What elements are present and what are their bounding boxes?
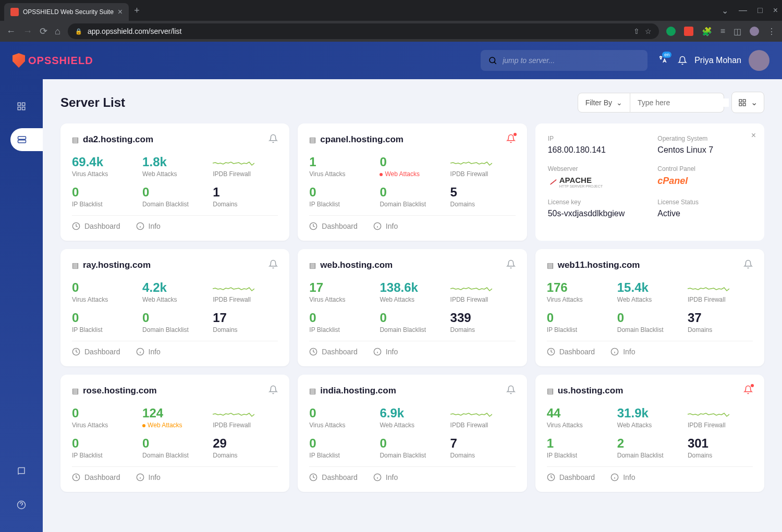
virus-attacks-value: 176 [547, 280, 612, 295]
logo[interactable]: OPSSHIELD [13, 53, 93, 68]
dashboard-link[interactable]: Dashboard [547, 348, 595, 356]
ip-blacklist-label: IP Blacklist [309, 201, 374, 208]
filter-input-wrapper [630, 93, 724, 113]
info-link[interactable]: Info [610, 348, 635, 356]
sparkline [450, 283, 516, 295]
server-name: web11.hosting.com [558, 260, 640, 270]
gauge-icon [72, 473, 80, 481]
dashboard-link[interactable]: Dashboard [309, 473, 358, 481]
sidebar-item-servers[interactable] [10, 128, 43, 151]
chevron-down-icon: ⌄ [751, 97, 757, 107]
license-key-label: License key [548, 199, 642, 206]
new-tab-button[interactable]: + [134, 5, 140, 16]
svg-rect-5 [22, 107, 25, 110]
sparkline [213, 409, 278, 420]
dashboard-link[interactable]: Dashboard [309, 348, 358, 356]
filter-by-dropdown[interactable]: Filter By ⌄ [578, 93, 630, 113]
server-icon: ▤ [309, 387, 316, 395]
extensions-icon[interactable]: 🧩 [702, 27, 712, 36]
content: Server List Filter By ⌄ ⌄ ▤ da2.hostin [43, 79, 782, 532]
bell-icon[interactable] [506, 134, 516, 145]
info-link[interactable]: Info [136, 473, 161, 481]
grid-icon [17, 102, 26, 111]
dashboard-link[interactable]: Dashboard [72, 473, 120, 481]
reload-icon[interactable]: ⟳ [40, 26, 47, 37]
extension-icon[interactable] [666, 27, 676, 36]
server-card: ▤ india.hosting.com 0 Virus Attacks 6.9k… [298, 375, 527, 492]
sidebar-item-docs[interactable] [10, 460, 33, 483]
virus-attacks-label: Virus Attacks [547, 422, 612, 429]
filter-input[interactable] [638, 98, 729, 107]
url-bar[interactable]: 🔒 app.opsshield.com/server/list ⇧ ☆ [68, 23, 659, 39]
tab-close-icon[interactable]: × [118, 7, 123, 17]
filter-label: Filter By [585, 98, 612, 107]
domains-value: 301 [688, 436, 753, 451]
window-controls: ⌄ — □ × [722, 6, 778, 16]
extension-icon[interactable] [684, 27, 693, 36]
domains-value: 37 [688, 311, 753, 325]
page-title: Server List [60, 95, 125, 110]
bell-icon[interactable] [678, 56, 687, 65]
avatar[interactable] [749, 50, 769, 71]
info-link[interactable]: Info [610, 473, 635, 481]
close-window-icon[interactable]: × [773, 6, 778, 16]
bell-icon[interactable] [743, 259, 753, 271]
browser-tab[interactable]: OPSSHIELD Web Security Suite × [4, 3, 129, 21]
dropdown-icon[interactable]: ⌄ [722, 6, 728, 16]
info-link[interactable]: Info [373, 348, 398, 356]
dashboard-link[interactable]: Dashboard [72, 222, 120, 230]
maximize-icon[interactable]: □ [757, 6, 763, 16]
sparkline [213, 158, 278, 169]
profile-avatar-icon[interactable] [750, 27, 759, 36]
star-icon[interactable]: ☆ [645, 27, 652, 35]
ip-blacklist-value: 0 [309, 311, 374, 325]
bell-icon[interactable] [506, 259, 516, 271]
language-button[interactable]: en [658, 55, 667, 66]
server-icon [17, 135, 27, 144]
sidebar-item-dashboard[interactable] [10, 95, 33, 118]
server-card: ▤ ray.hosting.com 0 Virus Attacks 4.2k W… [60, 249, 289, 366]
menu-icon[interactable]: ⋮ [767, 27, 776, 36]
bell-icon[interactable] [268, 259, 278, 271]
info-link[interactable]: Info [136, 222, 161, 230]
virus-attacks-label: Virus Attacks [309, 170, 374, 178]
close-icon[interactable]: × [751, 131, 756, 140]
ipdb-firewall-label: IPDB Firewall [450, 170, 516, 178]
dashboard-link[interactable]: Dashboard [72, 348, 120, 356]
forward-icon[interactable]: → [23, 26, 32, 37]
bell-icon[interactable] [268, 385, 278, 397]
server-icon: ▤ [72, 387, 79, 395]
home-icon[interactable]: ⌂ [55, 26, 60, 37]
search-input[interactable] [503, 56, 640, 65]
gauge-icon [309, 222, 317, 230]
dashboard-link[interactable]: Dashboard [309, 222, 358, 230]
info-icon [136, 348, 144, 356]
dashboard-link[interactable]: Dashboard [547, 473, 595, 481]
svg-rect-14 [739, 100, 742, 102]
domains-label: Domains [213, 452, 278, 459]
view-toggle[interactable]: ⌄ [731, 92, 764, 113]
bell-icon[interactable] [743, 385, 753, 397]
bell-icon[interactable] [506, 385, 516, 397]
sidebar-item-help[interactable] [10, 493, 33, 516]
web-attacks-value: 6.9k [380, 406, 445, 420]
minimize-icon[interactable]: — [739, 6, 747, 16]
license-status-label: License Status [657, 199, 752, 206]
share-icon[interactable]: ⇧ [633, 27, 640, 35]
header-search[interactable] [481, 50, 647, 71]
virus-attacks-label: Virus Attacks [309, 296, 374, 303]
info-link[interactable]: Info [373, 473, 398, 481]
virus-attacks-value: 17 [309, 280, 374, 295]
info-link[interactable]: Info [373, 222, 398, 230]
domain-blacklist-value: 2 [617, 436, 682, 451]
web-attacks-label: Web Attacks [380, 422, 445, 429]
bell-icon[interactable] [268, 134, 278, 145]
domain-blacklist-label: Domain Blacklist [142, 452, 207, 459]
content-header: Server List Filter By ⌄ ⌄ [60, 92, 764, 113]
domains-value: 17 [213, 311, 278, 325]
back-icon[interactable]: ← [6, 26, 16, 37]
info-link[interactable]: Info [136, 348, 161, 356]
side-panel-icon[interactable]: ◫ [734, 27, 741, 36]
reading-list-icon[interactable]: ≡ [720, 27, 725, 36]
server-icon: ▤ [309, 261, 316, 269]
